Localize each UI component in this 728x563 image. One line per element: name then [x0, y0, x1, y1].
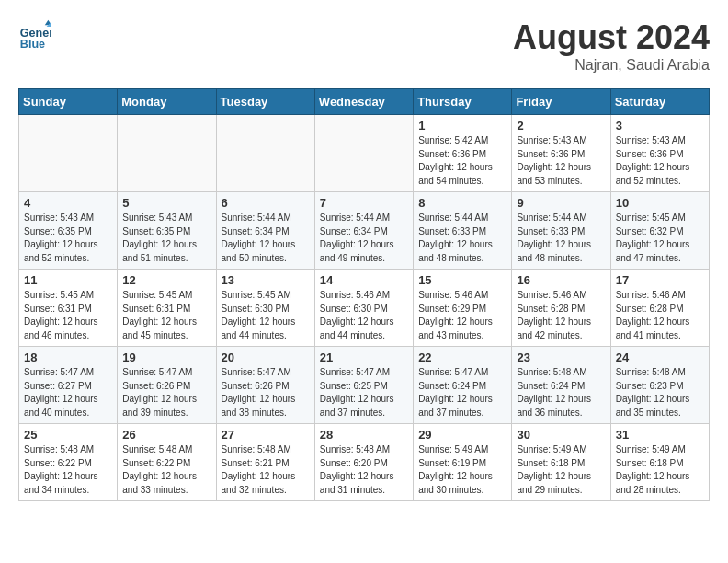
col-header-tuesday: Tuesday	[216, 89, 314, 115]
calendar-cell: 20Sunrise: 5:47 AM Sunset: 6:26 PM Dayli…	[216, 347, 314, 424]
day-number: 18	[24, 350, 112, 364]
calendar-week-4: 18Sunrise: 5:47 AM Sunset: 6:27 PM Dayli…	[19, 347, 710, 424]
day-number: 30	[517, 428, 605, 442]
calendar-cell: 5Sunrise: 5:43 AM Sunset: 6:35 PM Daylig…	[118, 192, 216, 270]
calendar-cell	[216, 115, 314, 192]
calendar-cell: 14Sunrise: 5:46 AM Sunset: 6:30 PM Dayli…	[314, 270, 413, 347]
day-number: 1	[418, 119, 506, 132]
day-info: Sunrise: 5:45 AM Sunset: 6:30 PM Dayligh…	[222, 289, 310, 342]
calendar-cell: 12Sunrise: 5:45 AM Sunset: 6:31 PM Dayli…	[118, 270, 216, 347]
day-info: Sunrise: 5:48 AM Sunset: 6:24 PM Dayligh…	[517, 366, 605, 419]
day-number: 13	[222, 273, 310, 287]
day-number: 27	[222, 428, 310, 442]
calendar-cell: 21Sunrise: 5:47 AM Sunset: 6:25 PM Dayli…	[314, 347, 413, 424]
day-info: Sunrise: 5:48 AM Sunset: 6:22 PM Dayligh…	[24, 443, 112, 497]
day-info: Sunrise: 5:47 AM Sunset: 6:27 PM Dayligh…	[24, 366, 112, 419]
calendar-cell: 9Sunrise: 5:44 AM Sunset: 6:33 PM Daylig…	[512, 192, 610, 270]
day-info: Sunrise: 5:44 AM Sunset: 6:33 PM Dayligh…	[517, 212, 605, 265]
calendar-cell: 17Sunrise: 5:46 AM Sunset: 6:28 PM Dayli…	[610, 270, 709, 347]
day-info: Sunrise: 5:44 AM Sunset: 6:34 PM Dayligh…	[222, 212, 310, 265]
col-header-saturday: Saturday	[610, 89, 709, 115]
day-info: Sunrise: 5:45 AM Sunset: 6:31 PM Dayligh…	[122, 289, 210, 342]
col-header-friday: Friday	[512, 89, 610, 115]
day-info: Sunrise: 5:46 AM Sunset: 6:28 PM Dayligh…	[517, 289, 605, 342]
day-number: 31	[616, 428, 704, 442]
day-number: 4	[24, 196, 112, 210]
calendar-cell: 15Sunrise: 5:46 AM Sunset: 6:29 PM Dayli…	[414, 270, 512, 347]
calendar-cell: 22Sunrise: 5:47 AM Sunset: 6:24 PM Dayli…	[414, 347, 512, 424]
col-header-wednesday: Wednesday	[314, 89, 413, 115]
day-info: Sunrise: 5:48 AM Sunset: 6:23 PM Dayligh…	[616, 366, 704, 419]
day-number: 11	[24, 273, 112, 287]
calendar-cell: 30Sunrise: 5:49 AM Sunset: 6:18 PM Dayli…	[512, 424, 610, 501]
day-number: 2	[517, 119, 605, 132]
calendar-cell: 25Sunrise: 5:48 AM Sunset: 6:22 PM Dayli…	[19, 424, 118, 501]
day-number: 8	[418, 196, 506, 210]
day-info: Sunrise: 5:46 AM Sunset: 6:30 PM Dayligh…	[320, 289, 408, 342]
calendar-cell: 31Sunrise: 5:49 AM Sunset: 6:18 PM Dayli…	[610, 424, 709, 501]
calendar-cell: 2Sunrise: 5:43 AM Sunset: 6:36 PM Daylig…	[512, 115, 610, 192]
day-info: Sunrise: 5:43 AM Sunset: 6:35 PM Dayligh…	[24, 212, 112, 265]
day-number: 16	[517, 273, 605, 287]
day-number: 22	[418, 350, 506, 364]
day-info: Sunrise: 5:47 AM Sunset: 6:26 PM Dayligh…	[122, 366, 210, 419]
day-number: 9	[517, 196, 605, 210]
day-number: 15	[418, 273, 506, 287]
day-info: Sunrise: 5:49 AM Sunset: 6:18 PM Dayligh…	[517, 443, 605, 497]
day-info: Sunrise: 5:43 AM Sunset: 6:35 PM Dayligh…	[122, 212, 210, 265]
day-info: Sunrise: 5:47 AM Sunset: 6:24 PM Dayligh…	[418, 366, 506, 419]
day-number: 26	[122, 428, 210, 442]
calendar-week-2: 4Sunrise: 5:43 AM Sunset: 6:35 PM Daylig…	[19, 192, 710, 270]
calendar-cell: 27Sunrise: 5:48 AM Sunset: 6:21 PM Dayli…	[216, 424, 314, 501]
calendar-cell: 26Sunrise: 5:48 AM Sunset: 6:22 PM Dayli…	[118, 424, 216, 501]
day-number: 19	[122, 350, 210, 364]
day-info: Sunrise: 5:47 AM Sunset: 6:26 PM Dayligh…	[222, 366, 310, 419]
calendar-week-3: 11Sunrise: 5:45 AM Sunset: 6:31 PM Dayli…	[19, 270, 710, 347]
day-number: 3	[616, 119, 704, 132]
day-number: 17	[616, 273, 704, 287]
calendar-cell: 4Sunrise: 5:43 AM Sunset: 6:35 PM Daylig…	[19, 192, 118, 270]
col-header-thursday: Thursday	[414, 89, 512, 115]
calendar-cell: 1Sunrise: 5:42 AM Sunset: 6:36 PM Daylig…	[414, 115, 512, 192]
calendar-week-1: 1Sunrise: 5:42 AM Sunset: 6:36 PM Daylig…	[19, 115, 710, 192]
day-number: 12	[122, 273, 210, 287]
calendar-cell: 7Sunrise: 5:44 AM Sunset: 6:34 PM Daylig…	[314, 192, 413, 270]
calendar-title: August 2024	[513, 18, 710, 57]
day-info: Sunrise: 5:42 AM Sunset: 6:36 PM Dayligh…	[418, 134, 506, 188]
svg-text:Blue: Blue	[20, 38, 45, 51]
day-number: 23	[517, 350, 605, 364]
calendar-cell: 3Sunrise: 5:43 AM Sunset: 6:36 PM Daylig…	[610, 115, 709, 192]
calendar-cell	[314, 115, 413, 192]
day-number: 5	[122, 196, 210, 210]
calendar-cell: 18Sunrise: 5:47 AM Sunset: 6:27 PM Dayli…	[19, 347, 118, 424]
day-number: 6	[222, 196, 310, 210]
day-number: 20	[222, 350, 310, 364]
day-info: Sunrise: 5:47 AM Sunset: 6:25 PM Dayligh…	[320, 366, 408, 419]
day-number: 24	[616, 350, 704, 364]
title-block: August 2024 Najran, Saudi Arabia	[513, 18, 710, 74]
day-number: 10	[616, 196, 704, 210]
calendar-cell	[19, 115, 118, 192]
calendar-cell: 11Sunrise: 5:45 AM Sunset: 6:31 PM Dayli…	[19, 270, 118, 347]
calendar-cell: 19Sunrise: 5:47 AM Sunset: 6:26 PM Dayli…	[118, 347, 216, 424]
calendar-table: SundayMondayTuesdayWednesdayThursdayFrid…	[18, 88, 710, 501]
calendar-subtitle: Najran, Saudi Arabia	[513, 57, 710, 74]
day-info: Sunrise: 5:48 AM Sunset: 6:22 PM Dayligh…	[122, 443, 210, 497]
day-info: Sunrise: 5:45 AM Sunset: 6:31 PM Dayligh…	[24, 289, 112, 342]
day-number: 21	[320, 350, 408, 364]
day-info: Sunrise: 5:44 AM Sunset: 6:34 PM Dayligh…	[320, 212, 408, 265]
col-header-monday: Monday	[118, 89, 216, 115]
calendar-cell: 13Sunrise: 5:45 AM Sunset: 6:30 PM Dayli…	[216, 270, 314, 347]
day-info: Sunrise: 5:46 AM Sunset: 6:28 PM Dayligh…	[616, 289, 704, 342]
day-info: Sunrise: 5:43 AM Sunset: 6:36 PM Dayligh…	[616, 134, 704, 188]
calendar-cell: 16Sunrise: 5:46 AM Sunset: 6:28 PM Dayli…	[512, 270, 610, 347]
day-info: Sunrise: 5:49 AM Sunset: 6:19 PM Dayligh…	[418, 443, 506, 497]
day-info: Sunrise: 5:45 AM Sunset: 6:32 PM Dayligh…	[616, 212, 704, 265]
calendar-cell: 29Sunrise: 5:49 AM Sunset: 6:19 PM Dayli…	[414, 424, 512, 501]
calendar-cell: 23Sunrise: 5:48 AM Sunset: 6:24 PM Dayli…	[512, 347, 610, 424]
calendar-cell: 10Sunrise: 5:45 AM Sunset: 6:32 PM Dayli…	[610, 192, 709, 270]
day-number: 25	[24, 428, 112, 442]
day-info: Sunrise: 5:48 AM Sunset: 6:20 PM Dayligh…	[320, 443, 408, 497]
day-number: 29	[418, 428, 506, 442]
day-number: 7	[320, 196, 408, 210]
